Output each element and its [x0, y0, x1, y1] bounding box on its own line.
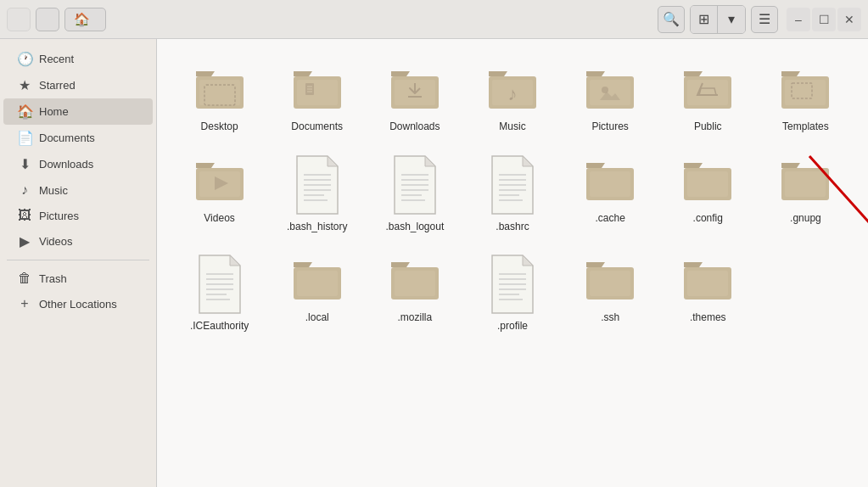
pictures-icon: 🖼 [17, 208, 32, 223]
documents-icon: 📄 [17, 130, 32, 146]
file-item-videos[interactable]: Videos [174, 148, 265, 241]
file-item-local[interactable]: .local [272, 247, 362, 340]
view-arrow-button[interactable]: ▾ [718, 6, 745, 33]
folder-icon-templates [775, 63, 836, 115]
file-label-config: .config [693, 212, 723, 226]
file-label-bash_logout: .bash_logout [385, 221, 444, 234]
folder-icon-desktop [189, 63, 250, 115]
file-item-profile[interactable]: .profile [467, 247, 557, 340]
file-item-pictures[interactable]: Pictures [565, 56, 656, 141]
svg-rect-47 [687, 171, 728, 197]
doc-icon-iceauthority [194, 254, 245, 315]
file-label-documents: Documents [291, 120, 343, 134]
sidebar-label-pictures: Pictures [39, 210, 79, 222]
menu-button[interactable]: ☰ [751, 6, 778, 33]
grid-icon: ⊞ [698, 11, 709, 27]
file-item-bash_logout[interactable]: .bash_logout [369, 148, 460, 241]
starred-icon: ★ [17, 77, 32, 93]
svg-rect-67 [590, 271, 630, 296]
file-item-desktop[interactable]: Desktop [174, 56, 265, 141]
sidebar-divider [7, 260, 149, 260]
sidebar-label-documents: Documents [39, 132, 95, 144]
recent-icon: 🕐 [17, 51, 32, 67]
titlebar: 🏠 🔍 ⊞ ▾ ☰ – ☐ ✕ [0, 0, 868, 39]
file-item-documents[interactable]: Documents [272, 56, 362, 141]
file-item-cache[interactable]: .cache [565, 148, 656, 241]
sidebar-label-trash: Trash [39, 272, 67, 285]
sidebar-label-starred: Starred [39, 79, 76, 92]
hamburger-icon: ☰ [759, 11, 770, 27]
sidebar-item-trash[interactable]: 🗑Trash [3, 266, 153, 291]
sidebar-item-videos[interactable]: ▶Videos [3, 228, 153, 255]
file-item-public[interactable]: Public [663, 56, 753, 141]
file-label-cache: .cache [595, 212, 624, 226]
doc-icon-bashrc [487, 154, 538, 216]
file-item-music[interactable]: ♪ Music [467, 56, 557, 141]
folder-icon-config [677, 154, 738, 207]
forward-button[interactable] [36, 8, 59, 31]
sidebar-label-videos: Videos [39, 235, 73, 248]
file-item-bash_history[interactable]: .bash_history [272, 148, 362, 241]
file-item-ssh[interactable]: .ssh [565, 247, 656, 340]
file-label-pictures: Pictures [591, 120, 628, 134]
file-label-profile: .profile [497, 320, 528, 333]
file-item-mozilla[interactable]: .mozilla [369, 247, 460, 340]
folder-icon-mozilla [384, 254, 445, 306]
folder-icon-themes [677, 254, 738, 306]
file-label-music: Music [499, 120, 525, 134]
home-breadcrumb[interactable]: 🏠 [64, 8, 106, 31]
maximize-button[interactable]: ☐ [812, 8, 836, 31]
svg-rect-16 [590, 80, 630, 105]
file-label-bash_history: .bash_history [287, 221, 347, 234]
file-item-bashrc[interactable]: .bashrc [467, 148, 557, 241]
search-icon: 🔍 [663, 11, 680, 27]
folder-icon-cache [580, 154, 641, 207]
sidebar-label-recent: Recent [39, 53, 74, 65]
file-item-iceauthority[interactable]: .ICEauthority [174, 247, 265, 340]
sidebar-label-other: Other Locations [39, 298, 117, 311]
close-button[interactable]: ✕ [837, 8, 861, 31]
folder-icon-local [287, 254, 348, 306]
back-button[interactable] [7, 8, 31, 31]
doc-icon-bash_history [292, 154, 343, 216]
file-item-templates[interactable]: Templates [760, 56, 851, 141]
sidebar-label-home: Home [39, 105, 69, 118]
folder-icon-gnupg [775, 154, 836, 207]
videos-icon: ▶ [17, 233, 32, 249]
sidebar-item-documents[interactable]: 📄Documents [3, 125, 153, 151]
folder-icon-documents [287, 63, 348, 115]
sidebar-item-pictures[interactable]: 🖼Pictures [3, 203, 153, 228]
file-label-themes: .themes [690, 311, 726, 325]
svg-rect-45 [590, 171, 630, 197]
search-button[interactable]: 🔍 [658, 6, 685, 33]
folder-icon-ssh [580, 254, 641, 306]
music-icon: ♪ [17, 182, 32, 198]
file-item-gnupg[interactable]: .gnupg [760, 148, 851, 241]
window-controls: – ☐ ✕ [787, 8, 861, 31]
file-grid: Desktop Documents Downloads [157, 39, 868, 487]
sidebar-item-home[interactable]: 🏠Home [3, 98, 153, 125]
svg-rect-49 [785, 171, 826, 197]
main-area: 🕐Recent★Starred🏠Home📄Documents⬇Downloads… [0, 39, 868, 487]
folder-icon-public [677, 63, 738, 115]
doc-icon-bash_logout [389, 154, 440, 216]
file-label-videos: Videos [204, 212, 234, 226]
sidebar-item-other[interactable]: +Other Locations [3, 291, 153, 316]
grid-view-button[interactable]: ⊞ [691, 6, 718, 33]
minimize-button[interactable]: – [787, 8, 810, 31]
view-toggle-group: ⊞ ▾ [690, 5, 746, 34]
file-item-config[interactable]: .config [663, 148, 753, 241]
folder-icon-music: ♪ [482, 63, 543, 115]
other-icon: + [17, 296, 32, 311]
svg-rect-4 [297, 80, 338, 105]
sidebar-item-downloads[interactable]: ⬇Downloads [3, 151, 153, 177]
sidebar-item-starred[interactable]: ★Starred [3, 72, 153, 98]
trash-icon: 🗑 [17, 271, 32, 286]
sidebar-item-recent[interactable]: 🕐Recent [3, 46, 153, 72]
sidebar-item-music[interactable]: ♪Music [3, 177, 153, 203]
file-item-themes[interactable]: .themes [663, 247, 753, 340]
home-icon: 🏠 [17, 104, 32, 120]
file-item-downloads[interactable]: Downloads [369, 56, 460, 141]
file-label-bashrc: .bashrc [496, 221, 529, 234]
file-label-gnupg: .gnupg [790, 212, 821, 226]
